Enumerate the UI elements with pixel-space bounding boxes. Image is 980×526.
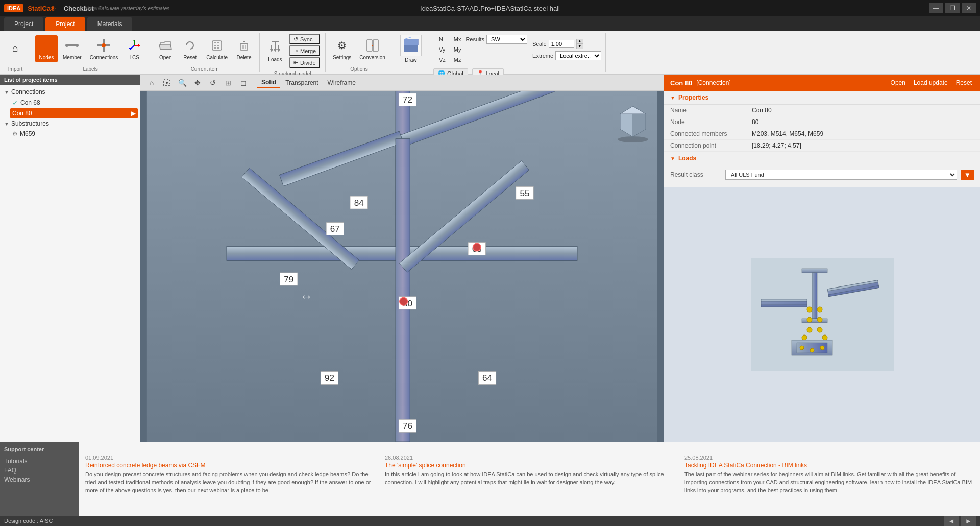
viewport-canvas[interactable]: 72 84 55 67 68 [140, 91, 664, 442]
conversion-label: Conversion [359, 55, 385, 60]
wireframe-view-button[interactable]: Wireframe [324, 78, 360, 87]
news-headline-1[interactable]: Reinforced concrete ledge beams via CSFM [85, 462, 375, 469]
mx-cell[interactable]: Mx [450, 35, 465, 44]
tab-materials-2[interactable]: Materials [87, 17, 133, 31]
scale-down[interactable]: ▼ [576, 44, 583, 49]
scale-input[interactable] [549, 40, 574, 48]
sync-button[interactable]: ↺ Sync [289, 34, 320, 44]
current-item-group-label: Current item [191, 64, 219, 72]
loads-icon [267, 39, 283, 56]
load-update-button[interactable]: Load update [912, 78, 950, 87]
pan-button[interactable]: ✥ [190, 77, 205, 89]
solid-view-button[interactable]: Solid [257, 78, 280, 88]
open-icon [157, 37, 174, 54]
settings-button[interactable]: ⚙ Settings [330, 35, 354, 62]
mz-cell[interactable]: Mz [450, 55, 465, 64]
support-center: Support center Tutorials FAQ Webinars [0, 442, 79, 516]
tab-materials[interactable]: Project [45, 17, 85, 31]
orientation-cube[interactable] [612, 101, 653, 142]
my-cell[interactable]: My [450, 45, 465, 54]
n-cell[interactable]: N [435, 35, 449, 44]
svg-line-16 [130, 45, 134, 50]
open-button[interactable]: Open [154, 35, 177, 62]
right-panel-header: Con 80 [Connection] Open Load update Res… [664, 75, 980, 91]
ribbon-group-import: ⌂ Import [0, 33, 31, 72]
vz-cell[interactable]: Vz [435, 55, 449, 64]
calculate-button[interactable]: Calculate [203, 35, 231, 62]
table-row-name: Name Con 80 [664, 105, 980, 116]
reset-connection-button[interactable]: Reset [954, 78, 974, 87]
viewport-toolbar: ⌂ 🔍 ✥ ↺ ⊞ ◻ Solid Transparent Wireframe [140, 75, 664, 91]
wireframe-button[interactable]: ◻ [236, 77, 251, 89]
tree-item-connections[interactable]: ▼ Connections [2, 87, 138, 97]
maximize-button[interactable]: ❐ [945, 3, 960, 13]
tree-item-substructures[interactable]: ▼ Substructures [2, 118, 138, 129]
home-view-button[interactable]: ⌂ [144, 77, 159, 89]
fit-button[interactable]: ⊞ [221, 77, 235, 89]
tree-substructures-group: ⚙ M659 [2, 129, 138, 139]
news-headline-3[interactable]: Tackling IDEA StatiCa Connection - BIM l… [684, 462, 974, 469]
connections-button[interactable]: Connections [87, 35, 121, 62]
results-select[interactable]: SW [486, 35, 527, 44]
search-button[interactable]: 🔍 [175, 77, 189, 89]
loads-header[interactable]: ▼ Loads [664, 152, 980, 165]
webinars-link[interactable]: Webinars [4, 475, 75, 484]
scale-extreme: Scale ▲ ▼ Extreme Local extre... [532, 39, 601, 60]
tutorials-link[interactable]: Tutorials [4, 457, 75, 466]
structure-svg: 72 84 55 67 68 [140, 91, 664, 442]
ribbon-tabs: Project Project Materials [0, 16, 980, 31]
viewport-separator [254, 78, 254, 88]
connection-name: Con 80 [670, 79, 692, 87]
close-button[interactable]: ✕ [962, 3, 976, 13]
tab-project[interactable]: Project [4, 17, 43, 31]
properties-header[interactable]: ▼ Properties [664, 91, 980, 105]
svg-marker-85 [620, 106, 646, 114]
divide-button[interactable]: ⇤ Divide [289, 57, 320, 68]
svg-point-82 [618, 136, 648, 142]
loads-content: Result class All ULS Fund All SLS All UL… [664, 165, 980, 187]
nodes-button[interactable]: Nodes [35, 35, 58, 62]
svg-point-96 [807, 307, 812, 312]
home-button[interactable]: ⌂ [4, 38, 27, 59]
tree-item-con68[interactable]: ✓ Con 68 [10, 97, 138, 108]
svg-marker-40 [277, 49, 280, 52]
merge-button[interactable]: ⇥ Merge [289, 45, 320, 56]
delete-button[interactable]: Delete [233, 35, 255, 62]
svg-point-99 [817, 317, 822, 322]
member-button[interactable]: Member [60, 35, 85, 62]
rotate-button[interactable]: ↺ [206, 77, 220, 89]
tree-item-con80[interactable]: Con 80 ▶ [10, 108, 138, 118]
svg-text:79: 79 [284, 274, 293, 284]
extreme-row: Extreme Local extre... [532, 51, 601, 60]
open-connection-button[interactable]: Open [889, 78, 908, 87]
ribbon-group-member-forces: N Mx Results SW Vy My Vz Mz [429, 33, 606, 72]
svg-point-13 [102, 43, 106, 47]
svg-marker-17 [138, 44, 140, 47]
transparent-view-button[interactable]: Transparent [281, 78, 322, 87]
minimize-button[interactable]: — [929, 3, 943, 13]
scale-up[interactable]: ▲ [576, 39, 583, 44]
zoom-region-button[interactable] [160, 77, 174, 89]
lcs-button[interactable]: LCS [123, 35, 145, 62]
result-class-dropdown-button[interactable]: ▼ [961, 170, 974, 180]
loads-button[interactable]: Loads [264, 37, 286, 64]
extreme-select[interactable]: Local extre... [555, 51, 601, 60]
news-headline-2[interactable]: The 'simple' splice connection [385, 462, 674, 469]
m659-label: M659 [20, 130, 35, 137]
reset-button[interactable]: Reset [179, 35, 201, 62]
conversion-button[interactable]: Conversion [356, 35, 388, 62]
status-left-arrow[interactable]: ◄ [944, 516, 959, 526]
faq-link[interactable]: FAQ [4, 466, 75, 475]
result-class-select[interactable]: All ULS Fund All SLS All ULS [725, 170, 957, 180]
nodes-label: Nodes [39, 55, 54, 60]
vy-cell[interactable]: Vy [435, 45, 449, 54]
svg-text:72: 72 [403, 94, 412, 105]
content-area: List of project items ▼ Connections ✓ Co… [0, 75, 980, 442]
header-actions: Open Load update Reset [889, 78, 974, 87]
draw-button[interactable]: Draw [397, 33, 425, 65]
import-buttons: ⌂ [4, 33, 27, 64]
reset-label: Reset [183, 55, 197, 60]
status-right-arrow[interactable]: ► [961, 516, 976, 526]
tree-item-m659[interactable]: ⚙ M659 [10, 129, 138, 139]
ribbon-group-labels: Nodes Member [31, 33, 150, 72]
